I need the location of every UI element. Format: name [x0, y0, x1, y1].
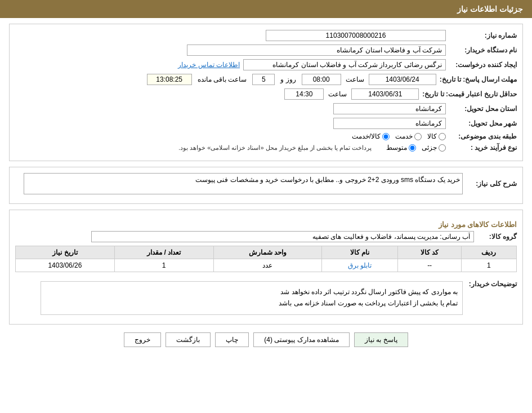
- reply-button[interactable]: پاسخ به نیاز: [354, 332, 408, 347]
- need-number-label: شماره نیاز:: [449, 32, 517, 39]
- buyer-name-input: [187, 45, 446, 56]
- contact-link[interactable]: اطلاعات تماس خریدار: [178, 61, 240, 69]
- category-khedmat[interactable]: خدمت: [395, 132, 422, 140]
- deadline-remaining-input: [147, 74, 192, 85]
- col-code: کد کالا: [398, 246, 462, 259]
- category-kala-khedmat-radio[interactable]: [382, 133, 390, 140]
- deadline-remaining-label: ساعت باقی مانده: [198, 76, 247, 83]
- buyer-notes-label: توضیحات خریدار:: [466, 278, 517, 288]
- col-row: ردیف: [461, 246, 516, 259]
- category-khedmat-radio[interactable]: [414, 133, 422, 140]
- table-row: 1 -- تابلو برق عدد 1 1403/06/26: [16, 259, 517, 272]
- group-row: گروه کالا:: [15, 231, 517, 242]
- view-docs-button[interactable]: مشاهده مدارک پیوستی (4): [253, 332, 350, 347]
- print-button[interactable]: چاپ: [215, 332, 249, 347]
- cell-code: --: [398, 259, 462, 272]
- purchase-motevaset-radio[interactable]: [409, 144, 416, 152]
- category-kala[interactable]: کالا: [427, 132, 446, 140]
- buyer-name-label: نام دستگاه خریدار:: [449, 46, 517, 54]
- deadline-time-label: ساعت: [346, 76, 364, 83]
- validity-date-input: [351, 88, 419, 100]
- buyer-notes-row: توضیحات خریدار: به مواردی که پیش فاکتور …: [15, 278, 517, 315]
- exit-button[interactable]: خروج: [124, 332, 161, 347]
- product-table: ردیف کد کالا نام کالا واحد شمارش تعداد /…: [15, 246, 517, 272]
- col-date: تاریخ نیاز: [16, 246, 115, 259]
- category-label: طبقه بندی موضوعی:: [449, 132, 517, 140]
- province-label: استان محل تحویل:: [449, 105, 517, 113]
- purchase-type-row: نوع فرآیند خرید : جزئی متوسط پرداخت تمام…: [15, 144, 517, 152]
- page-header: جزئیات اطلاعات نیاز: [0, 0, 532, 18]
- cell-unit: عدد: [213, 259, 321, 272]
- purchase-type-radio-group: جزئی متوسط: [386, 144, 446, 152]
- product-info-section: اطلاعات کالاهای مورد نیاز گروه کالا: ردی…: [9, 210, 523, 325]
- validity-time-input: [284, 88, 324, 100]
- deadline-row: مهلت ارسال پاسخ: تا تاریخ: ساعت روز و سا…: [15, 74, 517, 85]
- need-description-section: شرح کلی نیاز: خرید یک دستگاه sms ورودی 2…: [9, 167, 523, 204]
- deadline-label: مهلت ارسال پاسخ: تا تاریخ:: [440, 76, 517, 83]
- city-row: شهر محل تحویل:: [15, 118, 517, 129]
- purchase-jozi[interactable]: جزئی: [422, 144, 446, 152]
- category-radio-group: کالا خدمت کالا/خدمت: [352, 132, 446, 140]
- province-row: استان محل تحویل:: [15, 103, 517, 114]
- category-kala-khedmat[interactable]: کالا/خدمت: [352, 132, 390, 140]
- group-input: [91, 231, 474, 242]
- buyer-note-line-2: تمام یا بخشی از اعتبارات پرداخت به صورت …: [46, 297, 458, 309]
- main-form: شماره نیاز: نام دستگاه خریدار: ایجاد کنن…: [9, 24, 523, 161]
- bottom-buttons: پاسخ به نیاز مشاهده مدارک پیوستی (4) چاپ…: [9, 332, 523, 353]
- city-input: [333, 118, 446, 129]
- purchase-jozi-radio[interactable]: [439, 144, 446, 152]
- product-info-title: اطلاعات کالاهای مورد نیاز: [15, 220, 517, 229]
- cell-name: تابلو برق: [321, 259, 397, 272]
- need-number-input[interactable]: [266, 30, 446, 41]
- cell-row: 1: [461, 259, 516, 272]
- deadline-date-input: [369, 74, 436, 85]
- purchase-type-label: نوع فرآیند خرید :: [449, 144, 517, 152]
- category-row: طبقه بندی موضوعی: کالا خدمت کالا/خدمت: [15, 132, 517, 140]
- col-name: نام کالا: [321, 246, 397, 259]
- validity-time-label: ساعت: [328, 90, 347, 98]
- purchase-motevaset[interactable]: متوسط: [386, 144, 416, 152]
- requester-label: ایجاد کننده درخواست:: [449, 61, 517, 69]
- category-kala-radio[interactable]: [439, 133, 446, 140]
- buyer-name-row: نام دستگاه خریدار:: [15, 45, 517, 56]
- deadline-days-label: روز و: [280, 76, 296, 83]
- purchase-note: پرداخت تمام یا بخشی از مبلغ خریداز محل «…: [178, 144, 372, 152]
- requester-row: ایجاد کننده درخواست: اطلاعات تماس خریدار: [15, 59, 517, 70]
- validity-label: حداقل تاریخ اعتبار قیمت: تا تاریخ:: [422, 90, 517, 98]
- requester-input: [243, 59, 446, 70]
- deadline-time-input: [302, 74, 341, 85]
- col-unit: واحد شمارش: [213, 246, 321, 259]
- validity-row: حداقل تاریخ اعتبار قیمت: تا تاریخ: ساعت: [15, 88, 517, 100]
- need-description-textarea[interactable]: خرید یک دستگاه sms ورودی 2+2 خروجی و.. م…: [24, 173, 463, 194]
- back-button[interactable]: بازگشت: [166, 332, 211, 347]
- need-number-row: شماره نیاز:: [15, 30, 517, 41]
- cell-date: 1403/06/26: [16, 259, 115, 272]
- page-title: جزئیات اطلاعات نیاز: [457, 5, 523, 14]
- province-input: [333, 103, 446, 114]
- city-label: شهر محل تحویل:: [449, 119, 517, 127]
- deadline-days-input: [252, 74, 275, 85]
- content-area: شماره نیاز: نام دستگاه خریدار: ایجاد کنن…: [0, 18, 532, 358]
- need-description-label: شرح کلی نیاز:: [466, 180, 517, 188]
- buyer-note-line-1: به مواردی که پیش فاکتور ارسال نگردد ترتی…: [46, 286, 458, 297]
- buyer-notes-box: به مواردی که پیش فاکتور ارسال نگردد ترتی…: [41, 281, 463, 315]
- page-container: جزئیات اطلاعات نیاز شماره نیاز: نام دستگ…: [0, 0, 532, 413]
- cell-qty: 1: [114, 259, 213, 272]
- table-header-row: ردیف کد کالا نام کالا واحد شمارش تعداد /…: [16, 246, 517, 259]
- group-label: گروه کالا:: [477, 233, 517, 241]
- need-description-row: شرح کلی نیاز: خرید یک دستگاه sms ورودی 2…: [15, 173, 517, 194]
- col-qty: تعداد / مقدار: [114, 246, 213, 259]
